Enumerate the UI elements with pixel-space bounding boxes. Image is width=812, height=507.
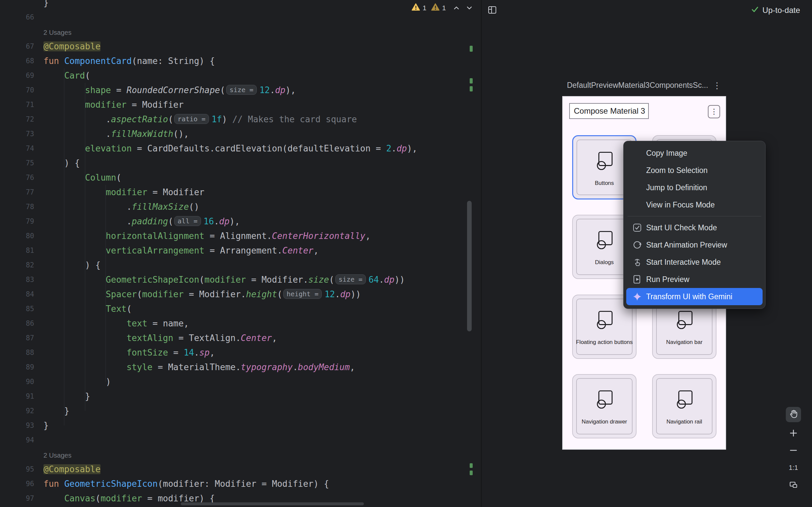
code-vision-row: 2 Usages (0, 447, 481, 462)
editor-horizontal-scrollbar[interactable] (181, 502, 364, 505)
menu-item-transform-ui-with-gemini[interactable]: Transform UI with Gemini (626, 288, 763, 305)
overflow-kebab-icon: ⋮ (711, 107, 718, 116)
line-number[interactable]: 80 (0, 229, 34, 243)
code-token: = Alignment. (204, 231, 272, 241)
line-number[interactable]: 90 (0, 375, 34, 389)
menu-item-view-in-focus-mode[interactable]: View in Focus Mode (623, 196, 765, 213)
code-token: RoundedCornerShape (126, 85, 220, 95)
code-token: = modifier) { (142, 493, 215, 503)
code-token: ) (44, 377, 111, 387)
line-number[interactable]: 95 (0, 462, 34, 476)
inlay-hint-pill: size = (226, 85, 257, 95)
code-token: dp (340, 289, 350, 299)
code-token: dp (384, 275, 394, 285)
code-area[interactable]: }662 Usages67@Composable68fun ComponentC… (0, 0, 481, 506)
line-number[interactable]: 88 (0, 345, 34, 360)
line-number[interactable]: 77 (0, 185, 34, 200)
preview-name-label[interactable]: DefaultPreviewMaterial3ComponentsSc... (567, 81, 708, 90)
menu-item-start-ui-check-mode[interactable]: Start UI Check Mode (623, 219, 765, 236)
preview-app-overflow-button[interactable]: ⋮ (708, 105, 720, 118)
menu-item-zoom-to-selection[interactable]: Zoom to Selection (623, 162, 765, 179)
editor-vertical-scrollbar[interactable] (467, 201, 472, 331)
line-number[interactable]: 92 (0, 404, 34, 418)
previous-issue-button[interactable] (452, 4, 461, 12)
inspections-widget[interactable]: 1 1 (411, 3, 474, 13)
line-number[interactable]: 82 (0, 258, 34, 272)
line-number[interactable]: 70 (0, 83, 34, 98)
line-number[interactable]: 72 (0, 112, 34, 127)
code-text: .aspectRatio(ratio =1f) // Makes the car… (44, 114, 357, 124)
line-number[interactable]: 84 (0, 287, 34, 301)
gemini-icon (632, 292, 642, 301)
zoom-to-fit-button[interactable] (787, 478, 800, 491)
zoom-in-button[interactable] (787, 427, 800, 439)
line-number[interactable]: 74 (0, 141, 34, 156)
menu-item-label: Start Animation Preview (646, 240, 727, 249)
preview-options-kebab-icon[interactable]: ⋮ (713, 81, 721, 90)
code-token: ( (168, 216, 173, 226)
code-token: } (44, 406, 69, 416)
code-row: 96fun GeometricShapeIcon(modifier: Modif… (0, 476, 481, 491)
card-label: Floating action buttons (573, 339, 636, 346)
menu-item-label: Transform UI with Gemini (646, 292, 732, 301)
line-number[interactable]: 81 (0, 243, 34, 258)
weak-warning-icon (431, 3, 440, 13)
line-number[interactable]: 78 (0, 200, 34, 214)
menu-item-start-interactive-mode[interactable]: Start Interactive Mode (623, 253, 765, 271)
code-token: fillMaxSize (132, 202, 189, 212)
code-token: . (392, 144, 397, 154)
code-editor-pane[interactable]: }662 Usages67@Composable68fun ComponentC… (0, 0, 481, 507)
line-number[interactable]: 69 (0, 68, 34, 83)
line-number[interactable]: 86 (0, 316, 34, 331)
line-number[interactable]: 85 (0, 301, 34, 316)
line-number[interactable]: 93 (0, 418, 34, 433)
line-number[interactable]: 91 (0, 389, 34, 404)
code-token: // Makes the card square (232, 114, 357, 124)
code-token: @Composable (44, 464, 101, 474)
code-token: sp (199, 348, 210, 357)
line-number[interactable]: 68 (0, 54, 34, 68)
next-issue-button[interactable] (465, 4, 474, 12)
line-number[interactable]: 67 (0, 39, 34, 54)
menu-item-copy-image[interactable]: Copy Image (623, 145, 765, 162)
line-number[interactable]: 96 (0, 476, 34, 491)
menu-item-jump-to-definition[interactable]: Jump to Definition (623, 179, 765, 196)
pan-tool-button[interactable] (786, 407, 801, 422)
line-number[interactable]: 94 (0, 433, 34, 447)
line-number[interactable]: 76 (0, 170, 34, 185)
component-card-navigation-rail[interactable]: Navigation rail (652, 374, 716, 438)
zoom-actual-size-button[interactable]: 1:1 (787, 461, 800, 474)
indent-guide (105, 185, 106, 382)
line-number[interactable]: 97 (0, 491, 34, 506)
usages-hint[interactable]: 2 Usages (44, 452, 72, 459)
line-number[interactable]: 66 (0, 10, 34, 24)
card-label: Navigation drawer (573, 418, 636, 425)
editor-layout-icon[interactable] (487, 5, 498, 16)
code-token: fillMaxWidth (111, 129, 173, 139)
code-token: modifier (85, 100, 126, 110)
line-number[interactable]: 79 (0, 214, 34, 229)
usages-hint[interactable]: 2 Usages (44, 29, 72, 36)
code-row: 84 Spacer(modifier = Modifier.height(hei… (0, 287, 481, 301)
code-text: fun ComponentCard(name: String) { (44, 56, 215, 66)
code-token: (), (173, 129, 189, 139)
geometric-shape-icon (674, 389, 695, 410)
menu-item-run-preview[interactable]: Run Preview (623, 271, 765, 288)
line-number[interactable]: 89 (0, 360, 34, 375)
geometric-shape-icon (594, 389, 615, 410)
code-token: height (246, 289, 277, 299)
build-status-chip[interactable]: Up-to-date (750, 5, 800, 16)
line-number[interactable]: 73 (0, 127, 34, 141)
zoom-out-button[interactable] (787, 444, 800, 457)
code-row: 91 } (0, 389, 481, 404)
menu-item-start-animation-preview[interactable]: Start Animation Preview (623, 236, 765, 253)
code-row: 80 horizontalAlignment = Alignment.Cente… (0, 229, 481, 243)
line-number[interactable]: 75 (0, 156, 34, 170)
line-number[interactable]: 83 (0, 272, 34, 287)
component-card-navigation-drawer[interactable]: Navigation drawer (572, 374, 637, 438)
code-text: GeometricShapeIcon(modifier = Modifier.s… (44, 275, 405, 285)
menu-item-label: Run Preview (646, 275, 689, 284)
code-token: 2 (386, 144, 392, 154)
line-number[interactable]: 71 (0, 98, 34, 112)
line-number[interactable]: 87 (0, 331, 34, 345)
